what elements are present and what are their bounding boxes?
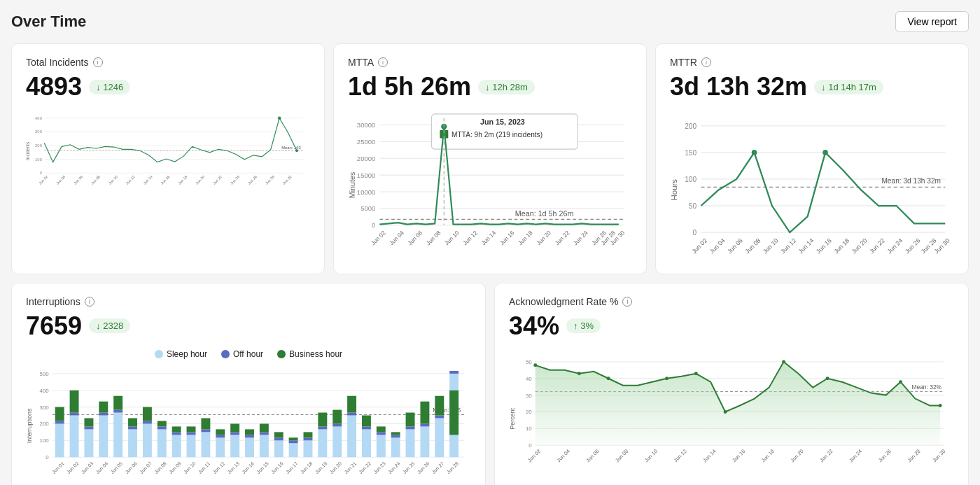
mtta-label: MTTA	[348, 57, 374, 68]
svg-text:5000: 5000	[360, 204, 375, 212]
total-incidents-info-icon[interactable]: i	[93, 57, 103, 67]
svg-text:Jun 17: Jun 17	[285, 461, 299, 475]
svg-text:Jun 24: Jun 24	[230, 174, 240, 185]
svg-text:300: 300	[35, 129, 43, 134]
svg-text:Jun 08: Jun 08	[425, 229, 442, 246]
interruptions-info-icon[interactable]: i	[85, 297, 94, 307]
svg-text:0: 0	[40, 171, 43, 175]
svg-text:Jun 20: Jun 20	[790, 448, 805, 463]
svg-rect-188	[420, 426, 429, 457]
svg-text:Jun 16: Jun 16	[815, 237, 833, 255]
svg-text:Jun 25: Jun 25	[402, 461, 416, 475]
svg-text:400: 400	[40, 387, 50, 393]
svg-text:Jun 18: Jun 18	[300, 461, 314, 475]
interruptions-value: 7659	[26, 311, 82, 341]
svg-rect-174	[347, 412, 356, 415]
svg-text:Jun 27: Jun 27	[431, 461, 445, 475]
svg-rect-149	[230, 435, 239, 457]
svg-rect-121	[84, 418, 93, 426]
svg-text:Jun 04: Jun 04	[95, 461, 109, 475]
svg-rect-129	[128, 426, 137, 429]
mttr-label: MTTR	[670, 57, 697, 68]
svg-rect-184	[391, 432, 400, 435]
svg-rect-120	[84, 426, 93, 429]
svg-text:Jun 10: Jun 10	[108, 174, 118, 185]
svg-rect-180	[377, 432, 386, 435]
svg-rect-155	[260, 435, 269, 457]
ack-rate-value: 34%	[509, 311, 559, 341]
svg-rect-196	[449, 390, 458, 435]
mtta-metric-row: 1d 5h 26m ↓ 12h 28m	[348, 72, 632, 101]
ack-rate-info-icon[interactable]: i	[622, 297, 632, 307]
legend-off: Off hour	[221, 349, 263, 359]
svg-point-242	[578, 372, 581, 375]
svg-text:Jun 06: Jun 06	[584, 448, 600, 463]
svg-text:Jun 18: Jun 18	[517, 229, 534, 246]
ack-rate-card: Acknowledgment Rate % i 34% ↑ 3% Percent…	[494, 283, 969, 485]
svg-rect-153	[245, 435, 254, 437]
svg-text:Jun 11: Jun 11	[197, 461, 211, 475]
svg-text:Jun 21: Jun 21	[343, 461, 357, 475]
svg-rect-125	[113, 412, 122, 457]
svg-text:10000: 10000	[357, 188, 376, 196]
svg-text:200: 200	[685, 122, 696, 130]
svg-rect-170	[332, 426, 342, 457]
svg-marker-240	[536, 362, 940, 445]
svg-rect-139	[172, 426, 181, 432]
mttr-info-icon[interactable]: i	[701, 57, 711, 67]
svg-rect-172	[332, 409, 342, 423]
svg-text:500: 500	[40, 371, 50, 377]
svg-text:300: 300	[40, 404, 50, 410]
svg-rect-195	[449, 371, 458, 374]
svg-rect-135	[158, 426, 167, 429]
svg-rect-114	[55, 421, 64, 423]
svg-rect-181	[377, 426, 386, 432]
svg-text:Jun 12: Jun 12	[779, 237, 797, 255]
svg-rect-119	[84, 429, 93, 457]
svg-text:Interruptions: Interruptions	[26, 408, 33, 443]
business-legend-label: Business hour	[289, 349, 342, 359]
svg-text:Jun 20: Jun 20	[535, 229, 552, 246]
ack-rate-metric-row: 34% ↑ 3%	[509, 311, 954, 341]
svg-text:Jun 28: Jun 28	[906, 448, 922, 463]
svg-text:Jun 04: Jun 04	[708, 237, 727, 255]
mttr-value: 3d 13h 32m	[670, 72, 807, 101]
svg-text:Incidents: Incidents	[26, 141, 30, 160]
mtta-header: MTTA i	[348, 57, 632, 68]
svg-text:Mean: 1d 5h 26m: Mean: 1d 5h 26m	[515, 209, 574, 218]
svg-text:Percent: Percent	[509, 407, 516, 429]
svg-text:Jun 16: Jun 16	[731, 448, 746, 463]
view-report-button[interactable]: View report	[895, 11, 969, 32]
svg-text:Jun 08: Jun 08	[743, 237, 762, 255]
svg-text:Jun 12: Jun 12	[461, 229, 479, 246]
mtta-info-icon[interactable]: i	[378, 57, 388, 67]
svg-rect-191	[435, 418, 444, 457]
svg-rect-169	[318, 412, 327, 426]
svg-text:Jun 10: Jun 10	[762, 237, 780, 255]
svg-text:Jun 02: Jun 02	[690, 237, 708, 255]
svg-rect-151	[230, 423, 239, 432]
off-legend-dot	[221, 350, 230, 358]
svg-text:Jun 22: Jun 22	[358, 461, 372, 475]
svg-text:150: 150	[685, 149, 696, 157]
total-incidents-chart: Incidents 400 300 200 100 0 Mean: 163	[26, 110, 310, 190]
svg-text:Jun 05: Jun 05	[110, 461, 124, 475]
svg-rect-166	[304, 432, 313, 437]
mttr-badge: ↓ 1d 14h 17m	[814, 80, 883, 94]
svg-rect-176	[362, 429, 371, 457]
svg-point-241	[533, 363, 537, 367]
svg-text:Jun 02: Jun 02	[66, 461, 80, 475]
svg-rect-160	[274, 432, 284, 437]
svg-text:40: 40	[526, 375, 532, 381]
svg-rect-168	[318, 426, 327, 429]
svg-rect-115	[55, 407, 64, 421]
svg-text:Jun 20: Jun 20	[195, 174, 205, 185]
svg-text:30000: 30000	[357, 121, 376, 129]
svg-text:Jun 06: Jun 06	[124, 461, 138, 475]
mtta-value: 1d 5h 26m	[348, 72, 471, 101]
interruptions-card: Interruptions i 7659 ↓ 2328 Sleep hour O…	[11, 283, 486, 485]
svg-rect-190	[420, 401, 429, 423]
svg-text:0: 0	[372, 221, 375, 229]
svg-rect-173	[347, 415, 356, 457]
svg-text:Jun 22: Jun 22	[868, 237, 886, 255]
